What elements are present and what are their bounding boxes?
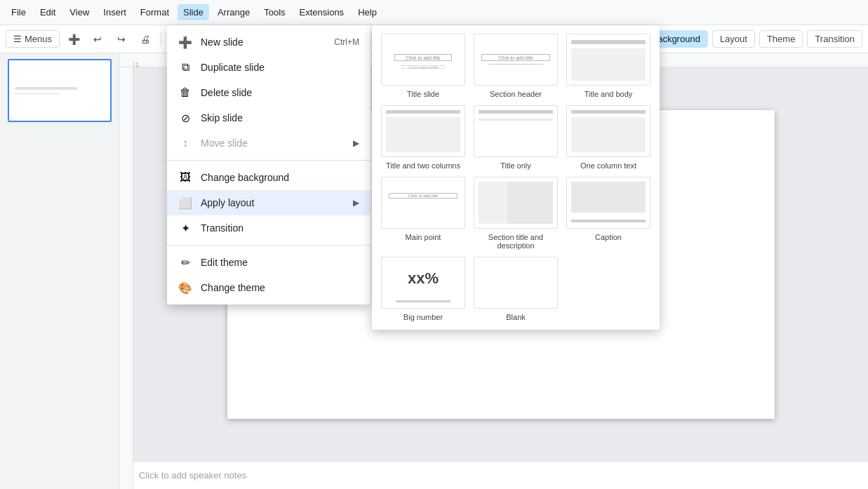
new-slide-icon: ➕ [178,35,192,49]
layout-label-caption: Caption [595,233,622,241]
layout-label-two-col: Title and two columns [386,161,460,170]
background-icon: 🖼 [178,170,192,185]
layout-thumb-blank [474,257,558,309]
change-theme-icon: 🎨 [178,281,192,295]
delete-label: Delete slide [201,87,359,98]
apply-layout-label: Apply layout [201,197,345,208]
lt-sd-right [507,182,553,224]
new-slide-shortcut: Ctrl+M [334,37,359,47]
layout-thumb-main-point: Click to add title [381,177,465,229]
layout-label-section-desc: Section title and description [473,233,559,250]
layout-thumb-section-header: Click to add title [474,34,558,86]
layout-thumb-section-desc [474,177,558,229]
layout-label-title-only: Title only [500,161,531,170]
divider-2 [167,245,370,246]
layout-thumb-title-slide: Click to add title Click to add subtitle [381,34,465,86]
layout-label-big-number: Big number [403,313,443,321]
change-background-label: Change background [201,172,359,183]
lt-tb-body [571,48,646,81]
menu-item-apply-layout[interactable]: ⬜ Apply layout ▶ [167,190,370,215]
duplicate-icon: ⧉ [178,60,192,74]
layout-thumb-title-body [566,34,650,86]
layout-thumb-one-col [566,105,650,157]
layout-item-section-header[interactable]: Click to add title Section header [473,34,559,98]
layout-item-section-desc[interactable]: Section title and description [473,177,559,250]
menu-item-edit-theme[interactable]: ✏ Edit theme [167,250,370,275]
layout-label-title-body: Title and body [585,90,633,98]
menu-item-move-slide: ↕ Move slide ▶ [167,130,370,156]
menu-item-new-slide[interactable]: ➕ New slide Ctrl+M [167,29,370,55]
lt-cap-text [571,220,646,222]
lt-tc-left [386,117,426,152]
slide-dropdown-menu: ➕ New slide Ctrl+M ⧉ Duplicate slide 🗑 D… [167,25,370,304]
skip-icon: ⊘ [178,111,192,125]
transition-label: Transition [201,222,359,234]
layout-item-blank[interactable]: Blank [473,257,559,321]
move-icon: ↕ [178,136,192,150]
layout-thumb-caption [566,177,650,229]
skip-label: Skip slide [201,112,359,123]
lt-oc-title [571,110,646,114]
lt-bn-num: xx% [389,266,458,291]
menu-item-skip-slide[interactable]: ⊘ Skip slide [167,105,370,130]
layout-label-blank: Blank [506,313,526,321]
lt-h-sub [488,64,543,65]
lt-to-title [479,110,553,114]
menu-item-change-theme[interactable]: 🎨 Change theme [167,275,370,300]
layout-item-title-slide[interactable]: Click to add title Click to add subtitle… [380,34,466,98]
layout-item-title-body[interactable]: Title and body [566,34,651,98]
layout-panel: Click to add title Click to add subtitle… [372,25,660,330]
layout-thumb-two-col [381,105,465,157]
delete-icon: 🗑 [178,86,192,100]
lt-mp-title: Click to add title [389,193,458,199]
move-label: Move slide [201,138,345,149]
new-slide-label: New slide [201,36,326,48]
menu-item-transition[interactable]: ✦ Transition [167,215,370,241]
layout-item-two-col[interactable]: Title and two columns [380,105,466,170]
layout-label-main-point: Main point [406,233,441,241]
lt-to-body [479,119,553,121]
change-theme-label: Change theme [201,282,359,293]
lt-oc-body [571,117,646,152]
menu-item-duplicate-slide[interactable]: ⧉ Duplicate slide [167,55,370,80]
layout-thumb-big-number: xx% [381,257,465,309]
transition-icon: ✦ [178,221,192,235]
move-arrow-icon: ▶ [353,138,359,148]
layout-label-one-col: One column text [580,161,636,170]
duplicate-label: Duplicate slide [201,62,359,73]
layout-item-big-number[interactable]: xx% Big number [380,257,466,321]
edit-theme-icon: ✏ [178,255,192,269]
menu-item-delete-slide[interactable]: 🗑 Delete slide [167,80,370,105]
layout-thumb-title-only [474,105,558,157]
lt-cap-img [571,182,646,213]
layout-icon: ⬜ [178,196,192,210]
menu-item-change-background[interactable]: 🖼 Change background [167,165,370,190]
layout-item-one-col[interactable]: One column text [566,105,651,170]
lt-bn-sub [396,300,450,302]
dropdown-overlay: ➕ New slide Ctrl+M ⧉ Duplicate slide 🗑 D… [0,0,868,489]
layout-label-title-slide: Title slide [407,90,439,98]
layout-item-caption[interactable]: Caption [566,177,651,250]
layout-grid: Click to add title Click to add subtitle… [380,34,651,321]
lt-sd-left [479,182,510,224]
lt-h-line: Click to add title [481,54,550,61]
edit-theme-label: Edit theme [201,257,359,268]
divider-1 [167,160,370,161]
layout-item-main-point[interactable]: Click to add title Main point [380,177,466,250]
lt-tc-right [420,117,460,152]
layout-arrow-icon: ▶ [353,198,359,208]
lt-tb-title [571,40,646,44]
lt-sub-line: Click to add subtitle [401,65,445,69]
layout-item-title-only[interactable]: Title only [473,105,559,170]
layout-label-section-header: Section header [490,90,542,98]
lt-title-line: Click to add title [394,54,452,61]
lt-tc-title [386,110,460,114]
